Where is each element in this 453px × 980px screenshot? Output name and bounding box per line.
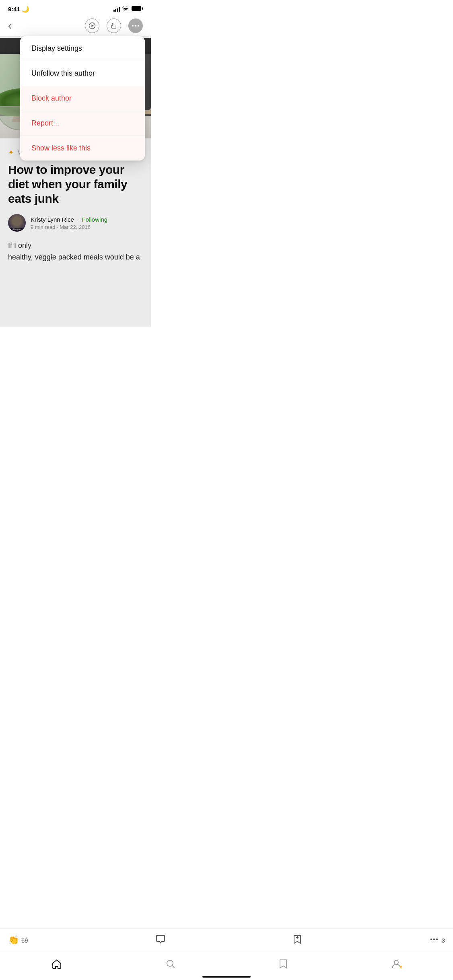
dropdown-item-report[interactable]: Report... [20,111,145,136]
dropdown-menu: Display settings Unfollow this author Bl… [20,36,145,161]
wifi-icon [122,6,129,12]
author-avatar[interactable]: Palnytte [8,214,26,232]
nav-bar: ‹ [0,15,151,38]
following-badge[interactable]: Following [82,216,107,223]
svg-marker-3 [92,25,94,27]
dropdown-item-block-author[interactable]: Block author [20,86,145,111]
author-avatar-label: Palnytte [9,228,25,231]
author-row: Palnytte Kristy Lynn Rice · Following 9 … [8,214,143,232]
svg-rect-1 [142,7,143,10]
dropdown-item-unfollow-author[interactable]: Unfollow this author [20,61,145,86]
author-info: Kristy Lynn Rice · Following 9 min read … [31,216,143,230]
article-title: How to improve your diet when your famil… [8,163,143,206]
star-icon: ✦ [8,148,14,157]
status-icons [113,6,143,13]
more-menu-button[interactable] [128,19,143,33]
read-time: 9 min read [31,224,55,230]
battery-icon [132,6,143,13]
body-start: If I only [8,241,31,249]
status-bar: 9:41 🌙 [0,0,151,15]
signal-icon [113,7,120,12]
play-button[interactable] [85,19,99,33]
status-time: 9:41 🌙 [8,6,29,13]
body-end: healthy, veggie packed meals would be a [8,253,140,261]
share-button[interactable] [107,19,121,33]
dropdown-item-display-settings[interactable]: Display settings [20,36,145,61]
publish-date: Mar 22, 2016 [60,224,91,230]
author-name[interactable]: Kristy Lynn Rice [31,216,74,223]
article-body: If I only healthy, veggie packed meals w… [8,240,143,263]
dropdown-item-show-less[interactable]: Show less like this [20,136,145,161]
back-button[interactable]: ‹ [8,19,12,32]
author-meta: 9 min read · Mar 22, 2016 [31,224,143,230]
dot-separator: · [77,216,79,222]
svg-rect-0 [132,6,141,11]
moon-icon: 🌙 [22,6,29,12]
